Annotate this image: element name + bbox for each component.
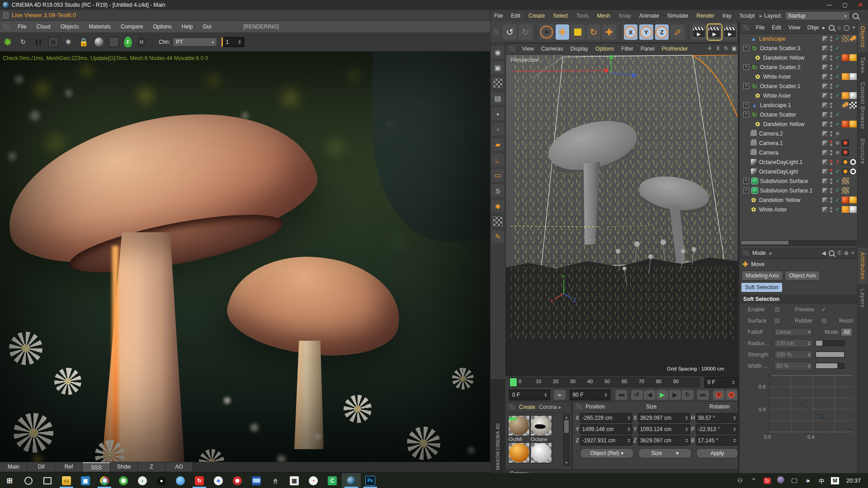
material-tag-icon[interactable] [849,197,857,203]
object-row-octane-scatter-1[interactable]: +↻ Octane Scatter.1 ✓ [740,81,857,91]
radius-field[interactable]: 100 cm [774,339,813,348]
menu-overflow-icon[interactable]: ▸ [759,13,763,19]
octane-logo-icon[interactable]: ❋ [2,36,14,48]
tab-object-axis[interactable]: Object Axis [785,271,820,281]
taskbar-photoshop[interactable]: Ps [361,473,380,488]
width-field[interactable]: 50 % [774,361,813,371]
home-icon[interactable]: ⌂ [837,24,840,31]
object-row-dandelion-yellow[interactable]: ✿ Dandelion Yellow ✓ [740,53,857,62]
search-icon[interactable] [853,13,859,19]
soft-selection-section-header[interactable]: Soft Selection [740,295,857,304]
menu-simulate[interactable]: Simulate [663,13,693,19]
rotate-tool[interactable]: ↻ [587,24,601,40]
vp-menu-options[interactable]: Options [592,46,618,52]
visibility-dots[interactable] [830,112,832,117]
material-tag-icon[interactable] [842,92,849,99]
rot-p-field[interactable]: -22.913 ° [696,424,738,434]
size-z-field[interactable]: 3629.097 cm [638,436,690,446]
visibility-dots[interactable] [830,160,832,165]
enabled-check-icon[interactable]: ✓ [835,64,840,70]
enabled-check-icon[interactable]: ✓ [835,55,840,61]
region-render-button[interactable]: R [48,37,59,47]
history-back-icon[interactable]: ◀ [822,250,826,256]
pass-tab-shdw[interactable]: Shdw [110,462,138,472]
toggle-view-icon[interactable]: ▣ [730,45,738,52]
volume-icon[interactable]: 🕪 [801,477,815,484]
taskbar-c-editor[interactable]: C [323,473,342,488]
lock-y-axis-button[interactable]: Y [639,24,653,40]
strength-field[interactable]: 100 % [774,350,813,359]
material-tag-icon[interactable] [849,73,857,80]
render-toggle[interactable] [822,160,828,165]
taskbar-calculator[interactable]: ▦ [285,473,304,488]
phong-tag-icon[interactable] [849,102,857,108]
rubber-checkbox[interactable] [821,318,827,324]
render-picture-viewer-button[interactable]: ▶ [708,24,722,40]
enabled-check-icon[interactable]: ✓ [835,206,840,212]
viewport[interactable]: View Cameras Display Options Filter Pane… [505,43,739,377]
menu-create[interactable]: Create [524,13,549,19]
taskbar-thunder[interactable] [171,473,190,488]
taskbar-file-explorer[interactable]: ▭ [57,473,76,488]
current-frame-field[interactable]: 0 F [704,377,738,388]
render-view-button[interactable]: ▶ [692,24,706,40]
om-menu-objects[interactable]: Obje [804,24,822,31]
menu-select[interactable]: Select [549,13,572,19]
materials-scrollbar[interactable]: ▲▼ [563,414,570,466]
render-toggle[interactable] [822,150,828,155]
material-tag-icon[interactable] [842,54,849,61]
edges-mode-button[interactable]: ▫ [491,123,504,136]
material-tag-icon[interactable] [842,206,849,213]
visibility-dots[interactable] [830,150,832,155]
search-icon[interactable] [829,25,835,31]
visibility-dots[interactable] [830,197,832,203]
lock-resolution-icon[interactable]: 🔒 [78,36,90,48]
new-panel-icon[interactable]: + [851,250,854,256]
taskbar-screen-recorder[interactable]: ◔ [304,473,323,488]
pan-view-icon[interactable]: ✛ [706,45,714,52]
object-row-camera[interactable]: Camera ⊕ [740,148,857,157]
paint-tool-button[interactable]: ◆ [491,200,504,212]
layout-dropdown[interactable]: Startup ▾ [785,11,850,20]
enabled-check-icon[interactable]: ✓ [835,36,840,42]
render-toggle[interactable] [822,74,828,80]
taskbar-baidu-netdisk[interactable]: ♣ [209,473,228,488]
taskbar-cinema4d[interactable] [342,473,361,488]
clay-mode-icon[interactable] [108,37,119,47]
visibility-dots[interactable] [830,103,832,108]
render-toggle[interactable] [822,36,828,42]
move-tool[interactable]: ✚ [556,24,570,40]
enabled-check-icon[interactable]: ✓ [835,83,840,89]
grip-icon[interactable] [576,404,583,410]
samples-stepper[interactable]: 1 [222,37,244,47]
enabled-check-icon[interactable]: ✓ [835,93,840,99]
visibility-dots[interactable] [830,188,832,193]
object-row-octane-scatter-2[interactable]: +↻ Octane Scatter.2 ✓ [740,62,857,72]
search-icon[interactable] [829,250,835,256]
taskbar-remote-desktop[interactable]: ⌨ [247,473,266,488]
viewport-camera-label[interactable]: Perspective [510,57,539,63]
camera-tag-icon[interactable] [842,140,849,146]
panel-splitter[interactable] [738,22,740,473]
om-menu-file[interactable]: File [752,24,768,31]
enabled-check-icon[interactable]: ✓ [835,74,840,80]
enabled-check-icon[interactable]: ✓ [835,197,840,203]
clock[interactable]: 20:37 [842,477,865,484]
goto-start-button[interactable]: ◀◀ [615,390,627,400]
om-horizontal-scrollbar[interactable] [741,240,856,246]
object-row-octane-scatter-3[interactable]: +↻ Octane Scatter.3 ✓ [740,43,857,53]
material-picker-icon[interactable]: M [137,37,146,47]
texture-tag-icon[interactable] [842,35,849,42]
sky-tag-icon[interactable] [849,159,857,165]
playhead[interactable] [510,378,517,386]
daylight-tag-icon[interactable] [842,168,849,175]
visibility-dots[interactable] [830,65,832,70]
tray-avatar[interactable] [774,476,788,485]
focus-picker-icon[interactable]: F [124,37,132,47]
enabled-check-icon[interactable]: ✓ [835,178,840,184]
material-tag-icon[interactable] [842,197,849,203]
scale-tool[interactable] [571,24,585,40]
visibility-dots[interactable] [830,141,832,146]
tab-content-browser[interactable]: Content Browser [858,78,868,134]
material-tag-icon[interactable] [842,73,849,80]
